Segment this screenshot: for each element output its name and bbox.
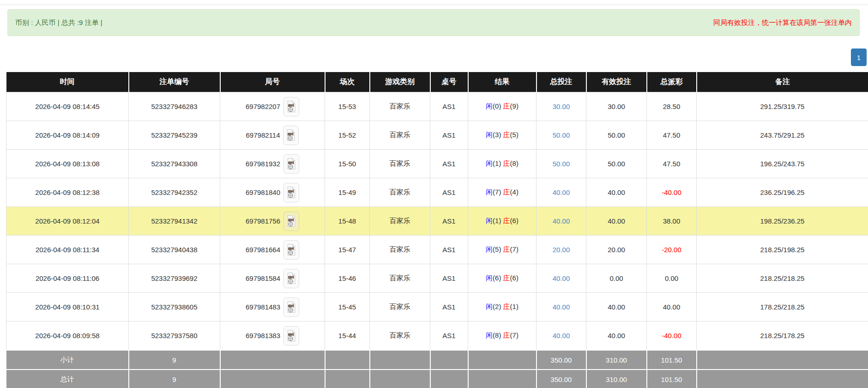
player-result-label: 闲 — [486, 274, 493, 282]
cell-game-type: 百家乐 — [370, 321, 430, 351]
cell-total-bet[interactable]: 40.00 — [536, 207, 586, 236]
cell-payout: -40.00 — [647, 321, 697, 351]
cell-game-type: 百家乐 — [370, 121, 430, 150]
summary-empty-result — [468, 350, 536, 370]
cell-round-no: 697981756 — [220, 207, 325, 236]
cell-valid-bet: 50.00 — [586, 150, 647, 178]
banker-result-label: 庄 — [503, 331, 510, 339]
cell-total-bet[interactable]: 20.00 — [536, 236, 586, 264]
cell-result: 闲(2) 庄(1) — [468, 293, 536, 321]
cell-table-no: AS1 — [430, 92, 468, 121]
cell-game-type: 百家乐 — [370, 207, 430, 236]
cell-table-no: AS1 — [430, 264, 468, 293]
cell-time: 2026-04-09 08:10:31 — [6, 293, 129, 321]
cell-round-no: 697981584 — [220, 264, 325, 293]
banker-result-label: 庄 — [503, 217, 510, 224]
video-replay-icon[interactable] — [283, 97, 299, 116]
round-no-text: 697981483 — [246, 303, 280, 311]
player-result-points: (8) — [493, 331, 503, 339]
cell-game-type: 百家乐 — [370, 150, 430, 178]
grand-total-row: 总计9350.00310.00101.50 — [6, 370, 868, 388]
summary-empty-table — [430, 350, 468, 370]
summary-valid-bet: 310.00 — [586, 350, 647, 370]
cell-game-type: 百家乐 — [370, 293, 430, 321]
summary-total-bet: 350.00 — [536, 370, 586, 388]
cell-total-bet[interactable]: 30.00 — [536, 92, 586, 121]
cell-remark: 243.75/291.25 — [697, 121, 868, 150]
cell-time: 2026-04-09 08:12:04 — [6, 207, 129, 236]
summary-empty-round — [220, 370, 325, 388]
cell-round-no: 697981383 — [220, 321, 325, 351]
banker-result-label: 庄 — [503, 274, 510, 282]
summary-empty-remark — [697, 350, 868, 370]
player-result-points: (1) — [493, 217, 503, 224]
cell-payout: -40.00 — [647, 178, 697, 207]
summary-bet-count: 9 — [129, 370, 220, 388]
player-result-points: (2) — [493, 303, 503, 310]
banker-result-label: 庄 — [503, 102, 510, 110]
video-replay-icon[interactable] — [283, 240, 299, 260]
video-replay-icon[interactable] — [283, 326, 299, 346]
video-replay-icon[interactable] — [283, 183, 299, 202]
cell-total-bet[interactable]: 50.00 — [536, 121, 586, 150]
cell-valid-bet: 40.00 — [586, 293, 647, 321]
cell-bet-no: 523327938605 — [129, 293, 220, 321]
banker-result-points: (7) — [510, 331, 518, 339]
cell-payout: 47.50 — [647, 150, 697, 178]
cell-total-bet[interactable]: 50.00 — [536, 150, 586, 178]
cell-session: 15-44 — [325, 321, 370, 351]
cell-valid-bet: 20.00 — [586, 236, 647, 264]
cell-game-type: 百家乐 — [370, 92, 430, 121]
table-row: 2026-04-09 08:14:45523327946283697982207… — [6, 92, 868, 121]
table-row: 2026-04-09 08:12:04523327941342697981756… — [6, 207, 868, 236]
round-no-text: 697981840 — [246, 188, 280, 196]
video-replay-icon[interactable] — [283, 126, 299, 145]
video-replay-icon[interactable] — [283, 297, 299, 317]
cell-total-bet[interactable]: 40.00 — [536, 293, 586, 321]
cell-session: 15-46 — [325, 264, 370, 293]
cell-total-bet[interactable]: 40.00 — [536, 264, 586, 293]
cell-valid-bet: 40.00 — [586, 178, 647, 207]
cell-round-no: 697982114 — [220, 121, 325, 150]
cell-valid-bet: 40.00 — [586, 321, 647, 351]
cell-time: 2026-04-09 08:11:34 — [6, 236, 129, 264]
banker-result-label: 庄 — [503, 303, 510, 310]
cell-time: 2026-04-09 08:09:58 — [6, 321, 129, 351]
round-no-text: 697981664 — [246, 246, 280, 254]
cell-result: 闲(7) 庄(4) — [468, 178, 536, 207]
summary-banner: 币别 : 人民币 | 总共 :9 注单 | 同局有效投注，统一计算在该局第一张注… — [7, 9, 860, 36]
cell-table-no: AS1 — [430, 207, 468, 236]
summary-payout: 101.50 — [647, 350, 697, 370]
cell-session: 15-50 — [325, 150, 370, 178]
player-result-points: (6) — [493, 274, 503, 282]
cell-total-bet[interactable]: 40.00 — [536, 178, 586, 207]
cell-result: 闲(0) 庄(9) — [468, 92, 536, 121]
same-round-notice-text: 同局有效投注，统一计算在该局第一张注单内 — [713, 18, 852, 27]
cell-result: 闲(6) 庄(6) — [468, 264, 536, 293]
summary-empty-session — [325, 370, 370, 388]
video-replay-icon[interactable] — [283, 154, 299, 174]
banker-result-points: (4) — [510, 188, 518, 196]
video-replay-icon[interactable] — [283, 269, 299, 288]
player-result-points: (0) — [493, 102, 503, 110]
cell-result: 闲(3) 庄(5) — [468, 121, 536, 150]
summary-label: 总计 — [6, 370, 129, 388]
subtotal-row: 小计9350.00310.00101.50 — [6, 350, 868, 370]
round-no-text: 697981584 — [246, 274, 280, 282]
cell-remark: 291.25/319.75 — [697, 92, 868, 121]
cell-bet-no: 523327946283 — [129, 92, 220, 121]
table-row: 2026-04-09 08:11:06523327939692697981584… — [6, 264, 868, 293]
banker-result-points: (5) — [510, 131, 518, 139]
cell-game-type: 百家乐 — [370, 264, 430, 293]
cell-total-bet[interactable]: 40.00 — [536, 321, 586, 351]
player-result-label: 闲 — [486, 303, 493, 310]
player-result-label: 闲 — [486, 331, 493, 339]
cell-remark: 218.25/198.25 — [697, 236, 868, 264]
video-replay-icon[interactable] — [283, 212, 299, 231]
round-no-text: 697981932 — [246, 160, 280, 168]
pagination-page-button[interactable]: 1 — [851, 48, 867, 66]
cell-remark: 218.25/218.25 — [697, 264, 868, 293]
cell-remark: 178.25/218.25 — [697, 293, 868, 321]
table-row: 2026-04-09 08:12:38523327942352697981840… — [6, 178, 868, 207]
banker-result-label: 庄 — [503, 159, 510, 167]
